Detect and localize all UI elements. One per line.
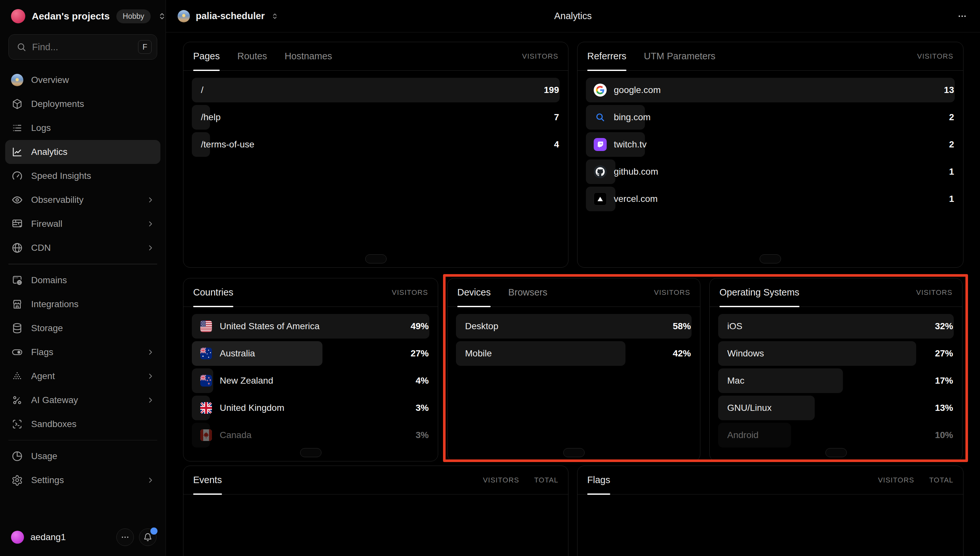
search-input[interactable]: Find... F <box>8 34 157 60</box>
tab[interactable]: UTM Parameters <box>644 42 716 70</box>
table-row[interactable]: Windows 27% <box>718 341 954 366</box>
pages-tabs: PagesRoutesHostnames <box>193 42 332 70</box>
table-row[interactable]: / 199 <box>192 78 560 102</box>
sidebar-item[interactable]: Domains <box>5 268 160 292</box>
sidebar-item[interactable]: Settings <box>5 468 160 492</box>
tab[interactable]: Browsers <box>508 278 547 307</box>
tab[interactable]: Referrers <box>587 42 626 70</box>
table-row[interactable]: /terms-of-use 4 <box>192 132 560 157</box>
twitch-icon <box>594 138 606 151</box>
expand-button[interactable] <box>563 448 585 457</box>
visitors-column-header: VISITORS <box>522 52 558 61</box>
sidebar-item[interactable]: Sandboxes <box>5 412 160 436</box>
team-name: Aedan's projects <box>32 11 110 22</box>
sidebar-item[interactable]: CDN <box>5 236 160 260</box>
sidebar-nav: Overview Deployments Logs Analytics <box>0 65 166 492</box>
row-label: /terms-of-use <box>201 139 254 150</box>
row-label: google.com <box>614 85 661 95</box>
github-icon <box>594 165 606 178</box>
cdn-icon <box>11 242 23 254</box>
table-row[interactable]: GNU/Linux 13% <box>718 396 954 420</box>
project-selector[interactable]: palia-scheduler <box>178 10 279 23</box>
table-row[interactable]: New Zealand 4% <box>192 369 429 393</box>
tab[interactable]: Devices <box>457 278 491 307</box>
more-button[interactable] <box>116 529 134 546</box>
search-icon <box>16 42 26 52</box>
sidebar-item[interactable]: Deployments <box>5 92 160 116</box>
sidebar-item[interactable]: Flags <box>5 340 160 364</box>
row-label: Windows <box>727 348 764 359</box>
total-column-header: TOTAL <box>534 476 558 484</box>
table-row[interactable]: Android 10% <box>718 423 954 448</box>
row-label: /help <box>201 112 221 123</box>
table-row[interactable]: United States of America 49% <box>192 314 429 339</box>
row-value: 17% <box>935 375 953 386</box>
speed-icon <box>11 170 23 182</box>
gb-icon <box>200 401 213 414</box>
sidebar-item[interactable]: Analytics <box>5 140 160 164</box>
table-row[interactable]: bing.com 2 <box>586 105 955 129</box>
expand-button[interactable] <box>825 448 847 457</box>
operating-systems-tabs: Operating Systems <box>720 278 799 307</box>
sidebar-item[interactable]: Logs <box>5 116 160 140</box>
team-avatar <box>11 9 25 23</box>
row-label: twitch.tv <box>614 139 647 150</box>
table-row[interactable]: Canada 3% <box>192 423 429 448</box>
storage-icon <box>11 322 23 335</box>
tab[interactable]: Events <box>193 466 222 494</box>
table-row[interactable]: github.com 1 <box>586 159 955 184</box>
row-label: New Zealand <box>220 375 273 386</box>
settings-icon <box>11 474 23 486</box>
sidebar-item[interactable]: Usage <box>5 444 160 468</box>
sidebar: Aedan's projects Hobby Find... F Overvie… <box>0 0 166 556</box>
sidebar-item[interactable]: Observability <box>5 188 160 212</box>
visitors-column-header: VISITORS <box>654 288 690 297</box>
table-row[interactable]: Desktop 58% <box>456 314 692 339</box>
tab[interactable]: Routes <box>237 42 267 70</box>
notification-dot <box>150 527 157 535</box>
header-more-button[interactable] <box>957 11 967 21</box>
tab[interactable]: Operating Systems <box>720 278 799 307</box>
table-row[interactable]: google.com 13 <box>586 78 955 102</box>
devices-tabs: DevicesBrowsers <box>457 278 547 307</box>
chevron-right-icon <box>146 196 155 204</box>
page-title: Analytics <box>166 11 980 21</box>
chevrons-up-down-icon <box>271 12 279 20</box>
expand-button[interactable] <box>760 254 781 263</box>
table-row[interactable]: vercel.com 1 <box>586 187 955 211</box>
search-placeholder: Find... <box>32 42 132 52</box>
expand-button[interactable] <box>300 448 322 457</box>
tab[interactable]: Pages <box>193 42 220 70</box>
google-icon <box>594 84 606 97</box>
user-avatar[interactable] <box>11 531 24 544</box>
table-row[interactable]: /help 7 <box>192 105 560 129</box>
row-label: United Kingdom <box>220 403 284 413</box>
table-row[interactable]: United Kingdom 3% <box>192 396 429 420</box>
team-switcher[interactable]: Aedan's projects Hobby <box>0 0 166 32</box>
row-label: GNU/Linux <box>727 403 771 413</box>
row-value: 4 <box>554 139 559 150</box>
sidebar-item[interactable]: Overview <box>5 68 160 92</box>
sidebar-item[interactable]: Firewall <box>5 212 160 236</box>
project-avatar <box>178 10 190 23</box>
total-column-header: TOTAL <box>929 476 953 484</box>
row-label: vercel.com <box>614 194 658 204</box>
tab[interactable]: Hostnames <box>285 42 332 70</box>
expand-button[interactable] <box>365 254 387 263</box>
chevrons-up-down-icon[interactable] <box>157 11 167 21</box>
row-value: 13% <box>935 403 953 413</box>
table-row[interactable]: Mobile 42% <box>456 341 692 366</box>
tab[interactable]: Flags <box>587 466 610 494</box>
row-value: 3% <box>416 430 429 440</box>
notifications-button[interactable] <box>139 529 157 546</box>
sidebar-item[interactable]: Storage <box>5 316 160 340</box>
table-row[interactable]: Australia 27% <box>192 341 429 366</box>
sidebar-item[interactable]: Speed Insights <box>5 164 160 188</box>
sidebar-item[interactable]: AI Gateway <box>5 388 160 412</box>
sidebar-item[interactable]: Agent <box>5 364 160 388</box>
sidebar-item[interactable]: Integrations <box>5 292 160 316</box>
table-row[interactable]: iOS 32% <box>718 314 954 339</box>
table-row[interactable]: Mac 17% <box>718 369 954 393</box>
tab[interactable]: Countries <box>193 278 233 307</box>
table-row[interactable]: twitch.tv 2 <box>586 132 955 157</box>
